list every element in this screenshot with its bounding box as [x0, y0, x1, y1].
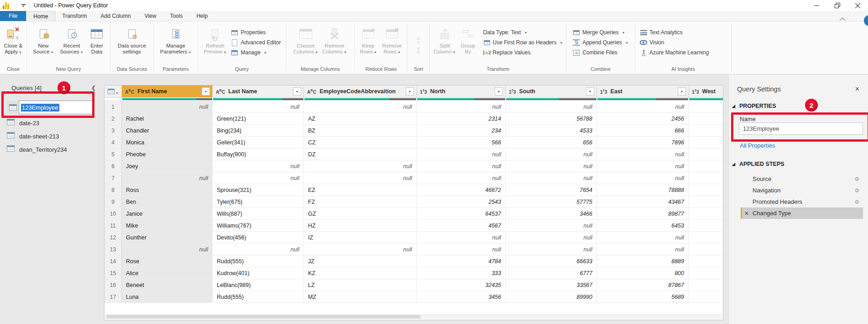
table-cell[interactable]: AZ [304, 113, 417, 124]
table-cell[interactable]: null [506, 149, 597, 160]
table-cell[interactable] [689, 137, 723, 148]
append-queries-button[interactable]: ⇅ Append Queries▼ [573, 37, 628, 48]
table-cell[interactable] [689, 244, 723, 255]
azure-machine-learning-button[interactable]: Azure Machine Learning [640, 48, 709, 58]
table-cell[interactable]: 5689 [597, 291, 689, 303]
sort-ascending-icon[interactable]: AZ [417, 37, 420, 44]
column-header-employeecodeabbrevaition[interactable]: ABCEmployeeCodeAbbrevaition▼ [304, 85, 417, 97]
table-cell[interactable]: 33567 [506, 279, 597, 291]
table-cell[interactable]: null [597, 244, 689, 255]
scrollbar-thumb[interactable] [106, 315, 421, 319]
table-cell[interactable]: null [597, 160, 689, 172]
column-header-north[interactable]: 123North▼ [417, 85, 506, 97]
column-header-south[interactable]: 123South▼ [506, 85, 597, 97]
table-cell[interactable]: 234 [417, 125, 506, 136]
applied-steps-section-header[interactable]: ◢ APPLIED STEPS [732, 161, 784, 167]
table-cell[interactable] [689, 160, 723, 172]
step-promoted-headers[interactable]: Promoted Headers ⚙ [741, 196, 863, 207]
table-cell[interactable]: Janice [122, 208, 213, 219]
table-cell[interactable] [689, 255, 723, 267]
gear-icon[interactable]: ⚙ [854, 176, 859, 182]
row-number[interactable]: 1 [105, 101, 122, 112]
table-cell[interactable]: Joey [122, 160, 213, 172]
table-cell[interactable]: null [417, 244, 506, 255]
table-cell[interactable]: LZ [304, 279, 417, 291]
table-cell[interactable] [689, 125, 723, 136]
table-cell[interactable] [689, 291, 723, 303]
table-cell[interactable]: 89990 [506, 291, 597, 303]
table-cell[interactable]: FZ [304, 196, 417, 207]
remove-rows-button[interactable]: ✕ Remove Rows▼ [380, 25, 404, 55]
table-cell[interactable]: 43467 [597, 196, 689, 207]
table-cell[interactable]: 4784 [417, 255, 506, 267]
table-cell[interactable]: null [213, 101, 304, 112]
row-number[interactable]: 14 [105, 255, 122, 267]
table-cell[interactable]: Buffay(900) [213, 149, 304, 160]
merge-queries-button[interactable]: Merge Queries▼ [573, 27, 628, 37]
tab-file[interactable]: File [0, 11, 26, 21]
table-cell[interactable]: null [506, 244, 597, 255]
table-cell[interactable]: Pheobe [122, 149, 213, 160]
remove-columns-button[interactable]: Remove Columns▼ [320, 25, 349, 55]
group-by-button[interactable]: Group By [458, 25, 479, 55]
table-cell[interactable]: MZ [304, 291, 417, 303]
table-cell[interactable]: Rudd(555) [213, 255, 304, 267]
manage-button[interactable]: Manage▼ [231, 48, 281, 58]
filter-dropdown-icon[interactable]: ▼ [202, 87, 210, 96]
use-first-row-as-headers-button[interactable]: Use First Row as Headers▼ [483, 37, 563, 48]
table-cell[interactable]: Tyler(675) [213, 196, 304, 207]
row-number[interactable]: 10 [105, 208, 122, 219]
tab-home[interactable]: Home [26, 11, 55, 21]
table-cell[interactable]: null [213, 244, 304, 255]
table-cell[interactable]: BZ [304, 125, 417, 136]
table-cell[interactable]: null [213, 172, 304, 184]
table-cell[interactable]: 2456 [597, 113, 689, 124]
query-item-date-23[interactable]: date-23 [7, 117, 39, 129]
row-number[interactable]: 2 [105, 113, 122, 124]
query-item-date-sheet-213[interactable]: date-sheet-213 [7, 130, 59, 142]
table-cell[interactable]: null [213, 160, 304, 172]
manage-parameters-button[interactable]: Manage Parameters▼ [159, 25, 193, 55]
table-cell[interactable]: null [506, 232, 597, 243]
tab-help[interactable]: Help [189, 11, 214, 21]
table-cell[interactable]: 66633 [506, 255, 597, 267]
table-cell[interactable]: 56788 [506, 113, 597, 124]
table-cell[interactable]: 78888 [597, 184, 689, 196]
table-cell[interactable]: Beneet [122, 279, 213, 291]
properties-button[interactable]: Properties [231, 27, 281, 37]
table-cell[interactable]: EZ [304, 184, 417, 196]
replace-values-button[interactable]: 1↳2 Replace Values [483, 48, 563, 58]
table-cell[interactable]: Sprouse(321) [213, 184, 304, 196]
row-number[interactable]: 3 [105, 125, 122, 136]
table-cell[interactable]: Devito(456) [213, 232, 304, 243]
row-number[interactable]: 8 [105, 184, 122, 196]
split-column-button[interactable]: ▼ Split Column▼ [433, 25, 457, 55]
table-cell[interactable]: null [417, 232, 506, 243]
close-panel-icon[interactable]: ✕ [855, 85, 860, 92]
step-navigation[interactable]: Navigation ⚙ [741, 185, 863, 196]
table-cell[interactable]: Wills(887) [213, 208, 304, 219]
delete-step-icon[interactable]: ✕ [744, 210, 749, 217]
row-number[interactable]: 7 [105, 172, 122, 184]
table-cell[interactable]: Ross [122, 184, 213, 196]
table-cell[interactable]: null [597, 232, 689, 243]
table-cell[interactable]: null [417, 172, 506, 184]
table-cell[interactable]: 566 [417, 137, 506, 148]
table-cell[interactable]: Gunther [122, 232, 213, 243]
table-cell[interactable]: GZ [304, 208, 417, 219]
table-cell[interactable]: null [506, 101, 597, 112]
table-cell[interactable]: KZ [304, 267, 417, 279]
vision-button[interactable]: Vision [640, 37, 709, 48]
number-type-icon[interactable]: 123 [692, 89, 699, 95]
table-cell[interactable]: 89877 [597, 208, 689, 219]
row-number[interactable]: 13 [105, 244, 122, 255]
table-cell[interactable]: null [304, 160, 417, 172]
text-type-icon[interactable]: ABC [307, 89, 316, 95]
row-number[interactable]: 15 [105, 267, 122, 279]
tab-transform[interactable]: Transform [55, 11, 94, 21]
table-cell[interactable]: HZ [304, 220, 417, 231]
table-cell[interactable]: Geller(341) [213, 137, 304, 148]
all-properties-link[interactable]: All Properties [740, 142, 775, 149]
table-cell[interactable]: 32435 [417, 279, 506, 291]
table-cell[interactable]: 7654 [506, 184, 597, 196]
